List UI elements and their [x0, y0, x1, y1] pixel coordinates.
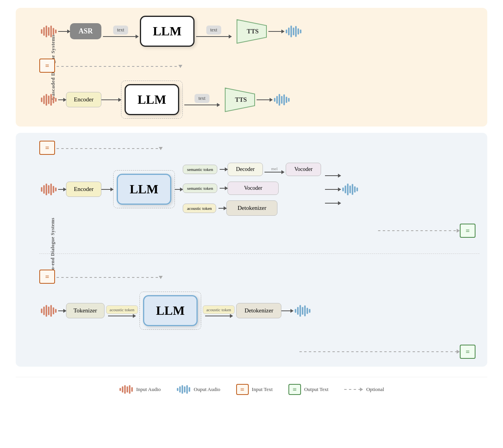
- output-text-icon-2: [460, 345, 475, 359]
- legend-input-audio: Input Audio: [119, 384, 161, 395]
- e2e-section: End-to-end Dialogue Systems: [16, 133, 487, 367]
- legend-output-text-icon: [288, 384, 301, 395]
- dashed-out-1: [378, 230, 457, 231]
- input-audio-1: [39, 24, 58, 39]
- arrow-b1b: [264, 172, 284, 173]
- arr-r2: [325, 189, 341, 190]
- down-arrow-2: [159, 147, 163, 150]
- acoustic-token-label-1: acoustic token: [187, 206, 212, 211]
- decoder-node: Decoder: [228, 163, 263, 176]
- vocoder-node-1: Vocoder: [286, 163, 321, 176]
- detokenizer-node-2: Detokenizer: [236, 303, 281, 318]
- dashed-line-2: [57, 148, 159, 149]
- acou-label-2: acoustic token: [203, 305, 235, 316]
- legend-output-text: Output Text: [288, 384, 329, 395]
- svg-text:TTS: TTS: [247, 28, 259, 35]
- legend-input-text-icon: [236, 384, 249, 395]
- sem-token-1: semantic token: [183, 165, 217, 174]
- text-label-1: text: [103, 26, 138, 37]
- cascaded-content: ASR text LLM text TTS: [39, 16, 479, 119]
- llm-node-4: LLM: [143, 295, 198, 326]
- dashed-h3: [57, 270, 163, 279]
- main-container: Cascaded Dialogue Systems: [0, 0, 503, 402]
- section-divider: [39, 253, 479, 254]
- llm-dashed-box-1: LLM: [121, 81, 183, 119]
- encoder-node-2: Encoder: [66, 182, 101, 197]
- input-text-icon-2: [39, 141, 55, 155]
- branch-3: acoustic token Detokenizer: [183, 200, 321, 216]
- arrow-6: [101, 99, 121, 100]
- arrow-b1: [220, 169, 228, 170]
- input-audio-2: [39, 92, 58, 108]
- tts-shape-1: TTS: [233, 18, 268, 45]
- branch-container: semantic token Decoder mel Vocoder: [183, 163, 321, 216]
- cascaded-row3: Encoder LLM text TT: [39, 81, 479, 119]
- text-label-3: text: [184, 94, 220, 105]
- output-audio-4: [293, 303, 312, 319]
- text-label-2: text: [196, 26, 231, 37]
- optional-line: [344, 387, 363, 391]
- e2e-output-text-row: [39, 224, 479, 238]
- legend-input-audio-label: Input Audio: [136, 386, 161, 393]
- branch-1: semantic token Decoder mel Vocoder: [183, 163, 321, 176]
- legend-output-audio: Ouput Audio: [176, 384, 220, 395]
- tts-node-1: TTS: [233, 18, 268, 45]
- legend-output-text-label: Output Text: [304, 386, 329, 393]
- dashed-line-3: [57, 277, 159, 278]
- arrow-b3: [218, 208, 226, 209]
- arrow-7: [184, 105, 220, 105]
- mel-label: mel: [264, 166, 284, 173]
- vocoder-node-2: Vocoder: [228, 182, 279, 195]
- llm-node-3: LLM: [117, 174, 171, 205]
- right-arrow-3: [325, 203, 341, 204]
- e2e-output-text-row-2: [39, 345, 479, 359]
- arr-r3: [325, 203, 341, 204]
- dashed-line-1: [57, 66, 178, 67]
- legend-input-text-label: Input Text: [252, 386, 273, 393]
- right-arr-dashed-2: [457, 350, 460, 354]
- arrow-12: [58, 310, 66, 311]
- arrow-3: [196, 36, 231, 37]
- arrow-8: [257, 99, 272, 100]
- acoustic-token-label-3: acoustic token: [206, 307, 231, 312]
- asr-node: ASR: [70, 23, 101, 39]
- arrow-1: [58, 31, 70, 32]
- arrow-9: [58, 189, 66, 190]
- tts-node-2: TTS: [221, 86, 257, 114]
- llm-context-1: LLM: [121, 81, 183, 119]
- arrow-14: [205, 316, 233, 316]
- dashed-out-2: [299, 351, 457, 352]
- llm-node-1: LLM: [140, 16, 195, 47]
- right-arrow-1: [325, 175, 341, 176]
- sem-token-2: semantic token: [183, 184, 217, 193]
- dashed-h2: [57, 141, 163, 150]
- arrow-10: [101, 189, 113, 190]
- cascaded-section: Cascaded Dialogue Systems: [16, 8, 487, 127]
- input-audio-4: [39, 303, 58, 319]
- optional-arrow: [360, 387, 363, 391]
- llm-dashed-box-3: LLM: [140, 292, 201, 330]
- e2e-bottom-row: Tokenizer acoustic token LLM: [39, 292, 479, 330]
- arrow-2: [103, 36, 138, 37]
- optional-dashed: [344, 389, 360, 390]
- legend-optional: Optional: [344, 386, 384, 393]
- arr-r1: [325, 175, 341, 176]
- acoustic-token-label-2: acoustic token: [110, 307, 134, 312]
- arrow-b2: [220, 188, 228, 189]
- output-text-icon-1: [460, 224, 475, 238]
- legend-input-audio-icon: [119, 384, 133, 395]
- llm-node-2: LLM: [125, 84, 179, 115]
- llm-context-3: LLM: [140, 292, 201, 330]
- tokenizer-node: Tokenizer: [66, 303, 105, 318]
- encoder-node-1: Encoder: [66, 92, 101, 107]
- arrow-15: [281, 310, 293, 311]
- input-text-icon-1: [39, 59, 55, 73]
- cascaded-row1: ASR text LLM text TTS: [39, 16, 479, 47]
- arrow-11: [175, 189, 183, 190]
- tts-shape-2: TTS: [221, 86, 257, 114]
- legend-output-audio-icon: [176, 384, 191, 395]
- e2e-input-text-row: [39, 141, 479, 155]
- legend-optional-label: Optional: [366, 386, 384, 393]
- arrow-5: [58, 99, 66, 100]
- output-audio-2: [272, 92, 291, 108]
